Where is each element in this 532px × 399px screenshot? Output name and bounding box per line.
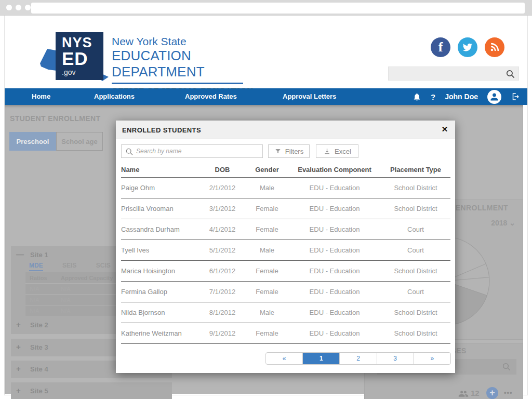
browser-url-bar[interactable] [31,3,525,14]
cell-name: Cassandra Durham [121,225,199,233]
col-gender: Gender [246,166,288,174]
table-row: Priscilla Vrooman 3/1/2012 Female EDU - … [121,198,450,219]
facebook-icon[interactable]: f [431,37,450,57]
modal-header: ENROLLED STUDENTS ✕ [116,121,455,139]
diagnosis-row: 12 + ••• [369,378,520,399]
nav-item-applications[interactable]: Applications [94,92,135,100]
nav-item-approval-letters[interactable]: Approval Letters [283,92,336,100]
person-icon [489,91,500,102]
cell: N/A [61,308,123,314]
subtab-scis[interactable]: SCIS [96,262,111,269]
cell-dob: 5/1/2012 [199,246,246,254]
cell-gender: Male [246,309,288,316]
site-label: Site 5 [30,387,48,395]
site-search [388,66,519,81]
avatar[interactable] [487,90,501,104]
subtab-seis[interactable]: SEIS [62,262,76,269]
nav-item-approved-rates[interactable]: Approved Rates [185,92,237,100]
cell-dob: 6/1/2012 [199,267,246,275]
search-icon[interactable] [506,69,515,79]
cell-evaluation: EDU - Education [288,225,381,233]
expand-icon[interactable]: + [16,320,21,329]
help-icon[interactable]: ? [431,92,435,101]
tab-school-age[interactable]: School age [56,132,103,151]
cell-evaluation: EDU - Education [288,267,381,275]
main-nav: Home Applications Approved Rates Approva… [5,88,527,105]
nav-item-home[interactable]: Home [32,92,50,100]
excel-export-button[interactable]: Excel [316,144,358,158]
pagination-prev[interactable]: « [266,353,302,364]
cell-name: Tyell Ives [121,246,199,254]
cell-gender: Female [246,205,288,212]
table-header-row: Name DOB Gender Evaluation Component Pla… [121,162,450,178]
table-row: Paige Ohm 2/1/2012 Male EDU - Education … [121,178,450,198]
student-enrollment-title: STUDENT ENROLLMENT [10,114,100,123]
student-count: 12 [471,389,480,397]
rss-icon[interactable] [485,37,504,57]
subtab-mde[interactable]: MDE [29,262,43,271]
table-row: Katherine Weitzman 9/1/2012 Female EDU -… [121,323,450,344]
cell-dob: 8/1/2012 [199,309,246,316]
cell-gender: Male [246,246,288,254]
tab-preschool[interactable]: Preschool [9,132,56,151]
table-row: Marica Hoisington 6/1/2012 Female EDU - … [121,261,450,282]
download-icon [323,148,331,155]
site-row-5[interactable]: + Site 5 [11,382,172,399]
collapse-icon[interactable]: — [16,250,24,259]
page: NYS ED .gov New York State EDUCATION DEP… [4,16,528,395]
cell-name: Priscilla Vrooman [121,205,199,212]
filters-button[interactable]: Filters [268,144,310,158]
bell-icon[interactable] [413,92,421,101]
expand-icon[interactable]: + [16,342,21,351]
expand-icon[interactable]: + [16,386,21,395]
pagination-page-2[interactable]: 2 [339,353,376,364]
cell-placement: School District [381,267,450,275]
col-placement-type: Placement Type [381,166,450,174]
logo-text-nys: NYS [62,36,103,50]
window-control-dot[interactable] [16,5,21,10]
site-search-input[interactable] [392,68,501,79]
cell-placement: Court [381,288,450,296]
cell-name: Fermina Gallop [121,288,199,296]
site-label: Site 2 [30,321,48,329]
logout-icon[interactable] [511,92,520,101]
cell-dob: 2/1/2012 [199,184,246,192]
logo-text-ed: ED [62,50,103,67]
pagination-next[interactable]: » [414,353,450,364]
twitter-icon[interactable] [458,37,477,57]
cell-dob: 9/1/2012 [199,329,246,337]
cell-placement: School District [381,184,450,192]
cell-placement: Court [381,246,450,254]
group-icon [458,389,469,399]
cell-name: Nilda Bjornson [121,309,199,316]
more-options-button[interactable]: ••• [504,389,513,396]
window-control-dot[interactable] [25,5,31,10]
window-control-dot[interactable] [6,5,12,10]
cell-gender: Female [246,225,288,233]
cell-evaluation: EDU - Education [288,309,381,316]
close-icon[interactable]: ✕ [440,125,450,135]
col-ratios: Ratios [25,275,61,281]
cell-gender: Female [246,288,288,296]
site-label: Site 3 [30,343,48,351]
pagination-page-3[interactable]: 3 [377,353,414,364]
pagination-page-1[interactable]: 1 [302,353,339,364]
col-name: Name [121,166,199,174]
year-dropdown[interactable]: 2018 ⌄ [491,219,515,227]
search-icon [125,148,134,156]
excel-label: Excel [335,148,351,155]
col-approved-capacity: Approved Capacity [61,275,123,281]
cell-placement: Court [381,225,450,233]
pagination: « 1 2 3 » [265,352,451,365]
add-button[interactable]: + [486,387,498,399]
filters-label: Filters [285,148,303,155]
filter-icon [274,148,282,155]
cell-gender: Female [246,329,288,337]
table-row: Cassandra Durham 4/1/2012 Female EDU - E… [121,219,450,240]
student-search-input[interactable] [136,146,260,156]
cell-placement: School District [381,329,450,337]
cell-dob: 4/1/2012 [199,225,246,233]
expand-icon[interactable]: + [16,364,21,373]
org-divider [112,83,243,84]
cell: N/A [25,308,61,314]
